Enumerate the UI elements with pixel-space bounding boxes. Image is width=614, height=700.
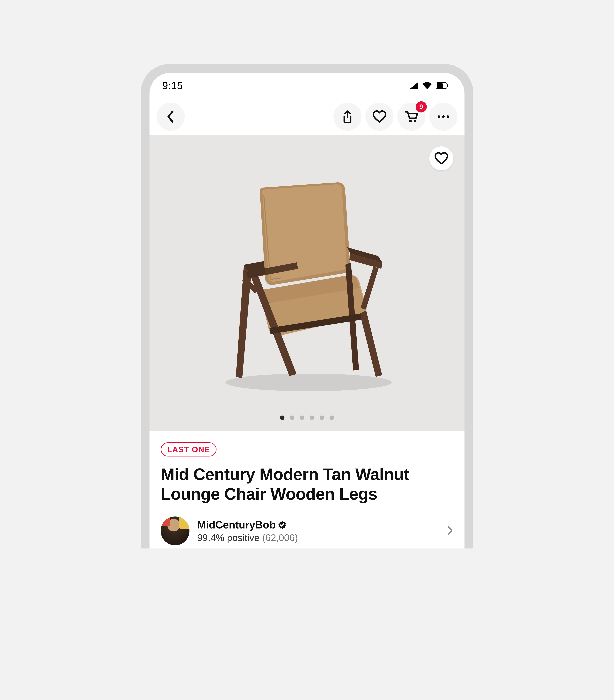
- phone-screen: 9:15: [150, 73, 464, 549]
- heart-icon: [372, 110, 386, 123]
- heart-icon: [434, 152, 448, 165]
- carousel-dot[interactable]: [290, 415, 294, 420]
- phone-frame: 9:15: [141, 64, 473, 549]
- svg-rect-1: [437, 83, 443, 88]
- seller-positive: 99.4% positive: [197, 532, 259, 543]
- product-details: LAST ONE Mid Century Modern Tan Walnut L…: [150, 431, 464, 549]
- seller-review-count: (62,006): [262, 532, 298, 543]
- carousel-dot[interactable]: [310, 415, 314, 420]
- carousel-dot[interactable]: [330, 415, 334, 420]
- seller-info: MidCenturyBob 99.4% positive (62,006): [197, 519, 439, 543]
- seller-stats: 99.4% positive (62,006): [197, 532, 439, 543]
- back-button[interactable]: [156, 102, 185, 131]
- status-icons: [409, 82, 448, 89]
- status-bar: 9:15: [150, 73, 464, 98]
- chevron-right-icon: [447, 525, 453, 536]
- svg-point-4: [414, 120, 416, 122]
- carousel-dot[interactable]: [280, 415, 284, 420]
- carousel-dot[interactable]: [320, 415, 324, 420]
- wifi-icon: [422, 82, 432, 89]
- canvas: 9:15: [0, 0, 614, 700]
- svg-point-7: [447, 115, 449, 118]
- status-time: 9:15: [162, 80, 183, 91]
- share-icon: [342, 110, 353, 123]
- more-button[interactable]: [429, 102, 458, 131]
- svg-point-6: [442, 115, 445, 118]
- product-image-carousel[interactable]: [150, 135, 464, 431]
- more-horizontal-icon: [437, 115, 450, 118]
- battery-icon: [436, 83, 448, 89]
- svg-point-8: [226, 374, 392, 391]
- svg-point-5: [438, 115, 440, 118]
- product-image: [206, 173, 408, 393]
- stock-pill: LAST ONE: [161, 442, 217, 457]
- cart-badge: 9: [415, 101, 427, 112]
- seller-avatar: [161, 516, 190, 545]
- cellular-icon: [409, 82, 419, 89]
- verified-badge-icon: [278, 521, 286, 529]
- chevron-left-icon: [166, 110, 175, 123]
- favorite-button[interactable]: [366, 102, 394, 131]
- svg-rect-2: [447, 84, 448, 87]
- seller-row[interactable]: MidCenturyBob 99.4% positive (62,006): [161, 516, 453, 549]
- share-button[interactable]: [333, 102, 361, 131]
- carousel-dots: [150, 415, 464, 420]
- seller-name: MidCenturyBob: [197, 519, 276, 531]
- product-title: Mid Century Modern Tan Walnut Lounge Cha…: [161, 464, 453, 504]
- cart-button[interactable]: 9: [397, 102, 425, 131]
- cart-icon: [405, 110, 419, 123]
- svg-point-3: [409, 120, 412, 122]
- top-nav: 9: [150, 98, 464, 135]
- carousel-dot[interactable]: [300, 415, 304, 420]
- image-favorite-button[interactable]: [429, 146, 453, 171]
